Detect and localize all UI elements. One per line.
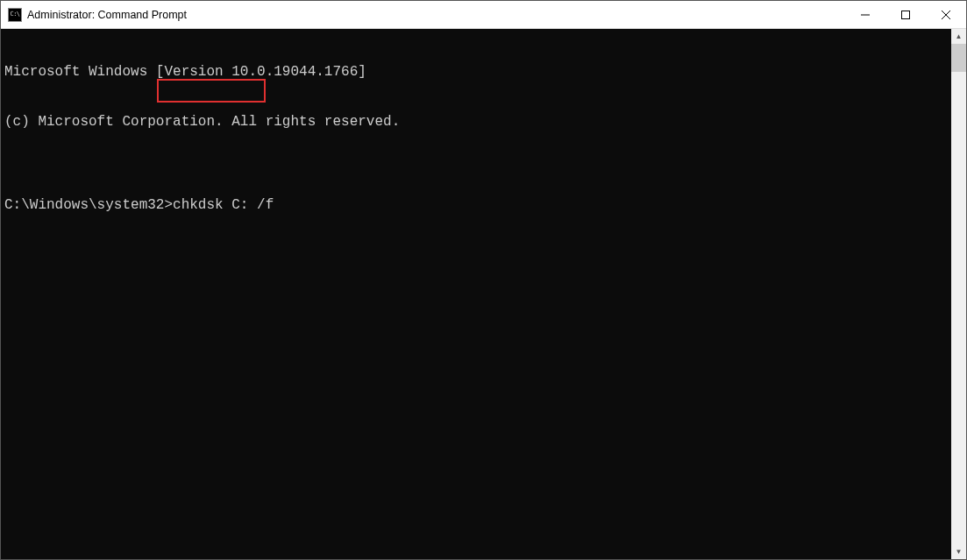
command-prompt-window: C:\ Administrator: Command Prompt Micros… — [0, 0, 967, 560]
terminal-output[interactable]: Microsoft Windows [Version 10.0.19044.17… — [1, 29, 951, 559]
maximize-button[interactable] — [885, 1, 926, 28]
copyright-line: (c) Microsoft Corporation. All rights re… — [4, 114, 951, 131]
scroll-thumb[interactable] — [951, 44, 966, 72]
version-line: Microsoft Windows [Version 10.0.19044.17… — [4, 64, 951, 81]
scroll-track[interactable] — [951, 44, 966, 544]
scroll-up-arrow[interactable]: ▲ — [951, 29, 966, 44]
app-icon: C:\ — [8, 8, 22, 22]
prompt-line: C:\Windows\system32>chkdsk C: /f — [4, 197, 951, 214]
minimize-icon — [861, 11, 870, 19]
close-icon — [942, 11, 950, 19]
app-icon-text: C:\ — [10, 11, 19, 18]
maximize-icon — [901, 11, 910, 19]
prompt-path: C:\Windows\system32> — [4, 197, 173, 213]
entered-command: chkdsk C: /f — [173, 197, 274, 213]
vertical-scrollbar[interactable]: ▲ ▼ — [951, 29, 966, 559]
close-button[interactable] — [926, 1, 966, 28]
window-title: Administrator: Command Prompt — [27, 9, 845, 21]
titlebar[interactable]: C:\ Administrator: Command Prompt — [1, 1, 966, 29]
content-area: Microsoft Windows [Version 10.0.19044.17… — [1, 29, 966, 559]
svg-rect-1 — [902, 11, 910, 18]
window-controls — [845, 1, 966, 28]
minimize-button[interactable] — [845, 1, 885, 28]
annotation-highlight-box — [157, 79, 266, 103]
scroll-down-arrow[interactable]: ▼ — [951, 544, 966, 559]
